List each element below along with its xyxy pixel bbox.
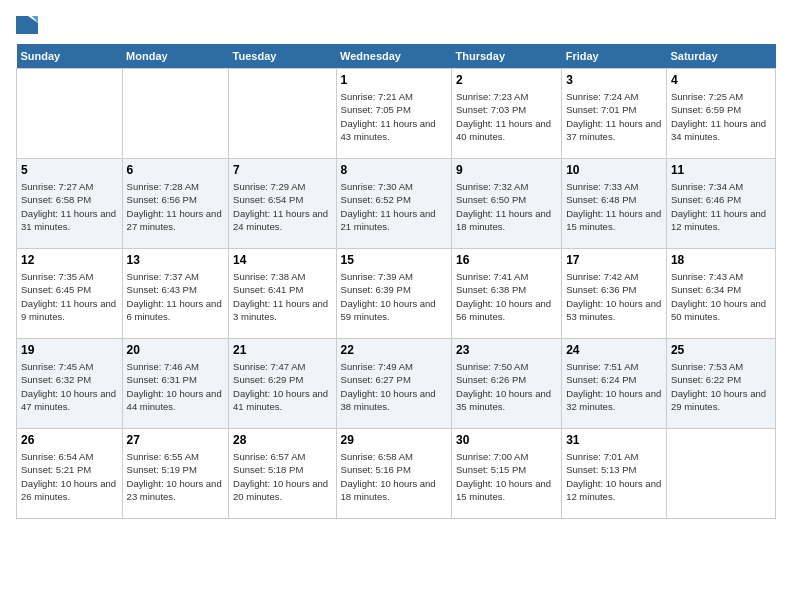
calendar-week-2: 5 Sunrise: 7:27 AMSunset: 6:58 PMDayligh…	[17, 159, 776, 249]
weekday-header-monday: Monday	[122, 44, 228, 69]
day-info: Sunrise: 7:49 AMSunset: 6:27 PMDaylight:…	[341, 360, 447, 413]
weekday-header-sunday: Sunday	[17, 44, 123, 69]
day-info: Sunrise: 7:41 AMSunset: 6:38 PMDaylight:…	[456, 270, 557, 323]
calendar-cell: 17 Sunrise: 7:42 AMSunset: 6:36 PMDaylig…	[562, 249, 667, 339]
calendar-cell	[122, 69, 228, 159]
calendar-cell: 29 Sunrise: 6:58 AMSunset: 5:16 PMDaylig…	[336, 429, 451, 519]
day-info: Sunrise: 7:34 AMSunset: 6:46 PMDaylight:…	[671, 180, 771, 233]
calendar-cell: 4 Sunrise: 7:25 AMSunset: 6:59 PMDayligh…	[666, 69, 775, 159]
day-number: 14	[233, 253, 332, 267]
day-number: 5	[21, 163, 118, 177]
calendar-cell: 30 Sunrise: 7:00 AMSunset: 5:15 PMDaylig…	[452, 429, 562, 519]
day-info: Sunrise: 7:35 AMSunset: 6:45 PMDaylight:…	[21, 270, 118, 323]
day-info: Sunrise: 6:54 AMSunset: 5:21 PMDaylight:…	[21, 450, 118, 503]
day-number: 20	[127, 343, 224, 357]
day-number: 7	[233, 163, 332, 177]
day-number: 6	[127, 163, 224, 177]
calendar-cell: 19 Sunrise: 7:45 AMSunset: 6:32 PMDaylig…	[17, 339, 123, 429]
day-number: 10	[566, 163, 662, 177]
day-number: 27	[127, 433, 224, 447]
day-info: Sunrise: 7:42 AMSunset: 6:36 PMDaylight:…	[566, 270, 662, 323]
calendar-cell	[229, 69, 337, 159]
calendar-cell: 13 Sunrise: 7:37 AMSunset: 6:43 PMDaylig…	[122, 249, 228, 339]
day-info: Sunrise: 7:38 AMSunset: 6:41 PMDaylight:…	[233, 270, 332, 323]
calendar-cell: 7 Sunrise: 7:29 AMSunset: 6:54 PMDayligh…	[229, 159, 337, 249]
calendar-cell: 18 Sunrise: 7:43 AMSunset: 6:34 PMDaylig…	[666, 249, 775, 339]
day-info: Sunrise: 6:55 AMSunset: 5:19 PMDaylight:…	[127, 450, 224, 503]
day-number: 12	[21, 253, 118, 267]
calendar-cell	[17, 69, 123, 159]
calendar-week-1: 1 Sunrise: 7:21 AMSunset: 7:05 PMDayligh…	[17, 69, 776, 159]
calendar-cell: 28 Sunrise: 6:57 AMSunset: 5:18 PMDaylig…	[229, 429, 337, 519]
calendar-table: SundayMondayTuesdayWednesdayThursdayFrid…	[16, 44, 776, 519]
weekday-header-thursday: Thursday	[452, 44, 562, 69]
day-number: 26	[21, 433, 118, 447]
day-number: 1	[341, 73, 447, 87]
day-info: Sunrise: 7:33 AMSunset: 6:48 PMDaylight:…	[566, 180, 662, 233]
calendar-cell: 23 Sunrise: 7:50 AMSunset: 6:26 PMDaylig…	[452, 339, 562, 429]
calendar-cell: 5 Sunrise: 7:27 AMSunset: 6:58 PMDayligh…	[17, 159, 123, 249]
day-number: 18	[671, 253, 771, 267]
day-number: 25	[671, 343, 771, 357]
day-number: 19	[21, 343, 118, 357]
day-number: 21	[233, 343, 332, 357]
day-info: Sunrise: 7:51 AMSunset: 6:24 PMDaylight:…	[566, 360, 662, 413]
day-info: Sunrise: 7:30 AMSunset: 6:52 PMDaylight:…	[341, 180, 447, 233]
calendar-week-3: 12 Sunrise: 7:35 AMSunset: 6:45 PMDaylig…	[17, 249, 776, 339]
calendar-cell: 10 Sunrise: 7:33 AMSunset: 6:48 PMDaylig…	[562, 159, 667, 249]
day-info: Sunrise: 7:50 AMSunset: 6:26 PMDaylight:…	[456, 360, 557, 413]
day-info: Sunrise: 7:23 AMSunset: 7:03 PMDaylight:…	[456, 90, 557, 143]
day-number: 31	[566, 433, 662, 447]
day-number: 23	[456, 343, 557, 357]
calendar-cell: 31 Sunrise: 7:01 AMSunset: 5:13 PMDaylig…	[562, 429, 667, 519]
day-number: 3	[566, 73, 662, 87]
day-number: 13	[127, 253, 224, 267]
calendar-cell: 9 Sunrise: 7:32 AMSunset: 6:50 PMDayligh…	[452, 159, 562, 249]
calendar-cell: 22 Sunrise: 7:49 AMSunset: 6:27 PMDaylig…	[336, 339, 451, 429]
calendar-cell: 3 Sunrise: 7:24 AMSunset: 7:01 PMDayligh…	[562, 69, 667, 159]
day-info: Sunrise: 6:58 AMSunset: 5:16 PMDaylight:…	[341, 450, 447, 503]
calendar-cell: 1 Sunrise: 7:21 AMSunset: 7:05 PMDayligh…	[336, 69, 451, 159]
calendar-cell: 26 Sunrise: 6:54 AMSunset: 5:21 PMDaylig…	[17, 429, 123, 519]
calendar-cell: 12 Sunrise: 7:35 AMSunset: 6:45 PMDaylig…	[17, 249, 123, 339]
day-info: Sunrise: 7:27 AMSunset: 6:58 PMDaylight:…	[21, 180, 118, 233]
day-number: 29	[341, 433, 447, 447]
calendar-header: SundayMondayTuesdayWednesdayThursdayFrid…	[17, 44, 776, 69]
weekday-header-wednesday: Wednesday	[336, 44, 451, 69]
logo	[16, 16, 38, 34]
day-info: Sunrise: 7:25 AMSunset: 6:59 PMDaylight:…	[671, 90, 771, 143]
day-info: Sunrise: 7:00 AMSunset: 5:15 PMDaylight:…	[456, 450, 557, 503]
calendar-cell: 21 Sunrise: 7:47 AMSunset: 6:29 PMDaylig…	[229, 339, 337, 429]
day-info: Sunrise: 7:21 AMSunset: 7:05 PMDaylight:…	[341, 90, 447, 143]
day-info: Sunrise: 7:46 AMSunset: 6:31 PMDaylight:…	[127, 360, 224, 413]
page-header	[16, 16, 776, 34]
calendar-week-4: 19 Sunrise: 7:45 AMSunset: 6:32 PMDaylig…	[17, 339, 776, 429]
day-number: 4	[671, 73, 771, 87]
calendar-cell: 25 Sunrise: 7:53 AMSunset: 6:22 PMDaylig…	[666, 339, 775, 429]
weekday-header-saturday: Saturday	[666, 44, 775, 69]
weekday-header-row: SundayMondayTuesdayWednesdayThursdayFrid…	[17, 44, 776, 69]
day-number: 9	[456, 163, 557, 177]
calendar-cell: 16 Sunrise: 7:41 AMSunset: 6:38 PMDaylig…	[452, 249, 562, 339]
calendar-body: 1 Sunrise: 7:21 AMSunset: 7:05 PMDayligh…	[17, 69, 776, 519]
day-number: 2	[456, 73, 557, 87]
weekday-header-friday: Friday	[562, 44, 667, 69]
day-info: Sunrise: 7:32 AMSunset: 6:50 PMDaylight:…	[456, 180, 557, 233]
calendar-cell: 14 Sunrise: 7:38 AMSunset: 6:41 PMDaylig…	[229, 249, 337, 339]
calendar-cell: 6 Sunrise: 7:28 AMSunset: 6:56 PMDayligh…	[122, 159, 228, 249]
calendar-cell: 20 Sunrise: 7:46 AMSunset: 6:31 PMDaylig…	[122, 339, 228, 429]
calendar-cell	[666, 429, 775, 519]
logo-icon	[16, 16, 38, 34]
calendar-cell: 11 Sunrise: 7:34 AMSunset: 6:46 PMDaylig…	[666, 159, 775, 249]
day-info: Sunrise: 6:57 AMSunset: 5:18 PMDaylight:…	[233, 450, 332, 503]
calendar-cell: 2 Sunrise: 7:23 AMSunset: 7:03 PMDayligh…	[452, 69, 562, 159]
calendar-week-5: 26 Sunrise: 6:54 AMSunset: 5:21 PMDaylig…	[17, 429, 776, 519]
calendar-cell: 24 Sunrise: 7:51 AMSunset: 6:24 PMDaylig…	[562, 339, 667, 429]
day-number: 28	[233, 433, 332, 447]
day-info: Sunrise: 7:39 AMSunset: 6:39 PMDaylight:…	[341, 270, 447, 323]
day-info: Sunrise: 7:28 AMSunset: 6:56 PMDaylight:…	[127, 180, 224, 233]
day-info: Sunrise: 7:24 AMSunset: 7:01 PMDaylight:…	[566, 90, 662, 143]
day-number: 24	[566, 343, 662, 357]
day-info: Sunrise: 7:29 AMSunset: 6:54 PMDaylight:…	[233, 180, 332, 233]
day-info: Sunrise: 7:37 AMSunset: 6:43 PMDaylight:…	[127, 270, 224, 323]
